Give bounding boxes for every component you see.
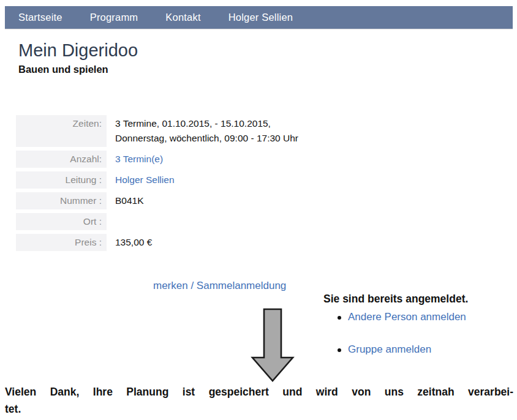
nav-item-kontakt[interactable]: Kontakt <box>165 12 200 23</box>
zeiten-line2: Donnerstag, wöchentlich, 09:00 - 17:30 U… <box>115 131 364 146</box>
list-item: Andere Person anmelden <box>348 311 507 323</box>
course-detail-page: Startseite Programm Kontakt Holger Selli… <box>0 0 517 420</box>
page-title: Mein Digeridoo <box>18 40 138 61</box>
zeiten-line1: 3 Termine, 01.10.2015, - 15.10.2015, <box>115 116 364 131</box>
row-label-nummer: Nummer : <box>16 190 107 211</box>
list-item: Gruppe anmelden <box>348 343 507 356</box>
leitung-link[interactable]: Holger Sellien <box>115 174 175 185</box>
registration-links-list: Andere Person anmelden Gruppe anmelden <box>323 311 507 356</box>
row-value-zeiten: 3 Termine, 01.10.2015, - 15.10.2015, Don… <box>107 115 364 149</box>
gruppe-anmelden-link[interactable]: Gruppe anmelden <box>348 343 431 355</box>
down-arrow-icon <box>250 307 295 386</box>
row-label-ort: Ort : <box>16 211 107 232</box>
row-value-nummer: B041K <box>107 190 364 211</box>
row-value-ort <box>107 211 364 232</box>
table-row-anzahl: Anzahl: 3 Termin(e) <box>16 149 364 170</box>
andere-person-anmelden-link[interactable]: Andere Person anmelden <box>348 311 466 323</box>
course-details-table: Zeiten: 3 Termine, 01.10.2015, - 15.10.2… <box>16 115 364 255</box>
table-row-nummer: Nummer : B041K <box>16 190 364 211</box>
nav-item-holger-sellien[interactable]: Holger Sellien <box>228 12 293 23</box>
merken-sammelanmeldung-link[interactable]: merken / Sammelanmeldung <box>153 280 286 292</box>
table-row-ort: Ort : <box>16 211 364 232</box>
nav-item-programm[interactable]: Programm <box>90 12 138 23</box>
termine-link[interactable]: 3 Termin(e) <box>115 154 163 164</box>
row-label-leitung: Leitung : <box>16 170 107 190</box>
bullet-icon <box>338 316 341 320</box>
row-value-preis: 135,00 € <box>107 232 364 253</box>
table-row-zeiten: Zeiten: 3 Termine, 01.10.2015, - 15.10.2… <box>16 115 364 149</box>
confirmation-line1: Vielen Dank, Ihre Planung ist gespeicher… <box>5 383 513 400</box>
row-label-preis: Preis : <box>16 232 107 253</box>
table-row-leitung: Leitung : Holger Sellien <box>16 170 364 190</box>
nav-item-startseite[interactable]: Startseite <box>18 12 62 23</box>
row-label-anzahl: Anzahl: <box>16 149 107 170</box>
table-row-preis: Preis : 135,00 € <box>16 232 364 253</box>
registration-status-text: Sie sind bereits angemeldet. <box>323 293 507 306</box>
registration-block: Sie sind bereits angemeldet. Andere Pers… <box>323 293 507 376</box>
confirmation-message: Vielen Dank, Ihre Planung ist gespeicher… <box>5 383 513 418</box>
bullet-icon <box>338 348 341 352</box>
confirmation-line2: tet. <box>5 400 513 418</box>
top-navbar: Startseite Programm Kontakt Holger Selli… <box>5 6 513 29</box>
row-label-zeiten: Zeiten: <box>16 115 107 149</box>
page-subtitle: Bauen und spielen <box>18 64 108 75</box>
